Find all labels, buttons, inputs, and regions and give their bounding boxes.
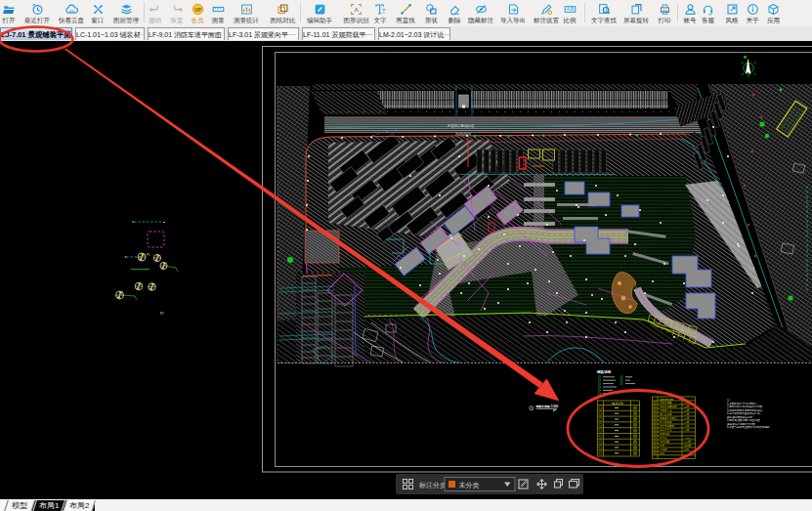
svg-text:未分类: 未分类 [459,482,480,489]
svg-text:标注分类: 标注分类 [418,481,447,490]
svg-text:A:B: A:B [566,7,573,12]
svg-text:A: A [354,6,358,12]
